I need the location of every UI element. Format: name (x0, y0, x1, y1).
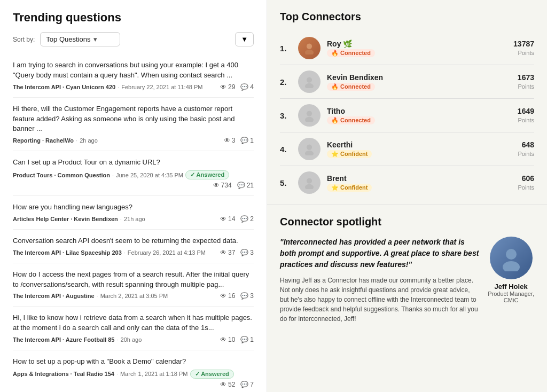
person-silhouette-icon (498, 245, 525, 271)
connector-points-label: Points (518, 50, 534, 56)
view-stat: 👁 734 (213, 182, 232, 189)
connector-rank: 1. (280, 44, 292, 53)
connector-points: 648 Points (518, 140, 534, 158)
eye-icon: 👁 (220, 83, 226, 91)
spotlight-person: Jeff Holek Product Manager, CMiC (488, 237, 534, 303)
question-text: Hi, I like to know how i retrieve data f… (13, 313, 254, 333)
question-meta: Reporting · RachelWo · 2h ago 👁 3 💬 1 (13, 137, 254, 144)
connector-avatar (298, 171, 321, 194)
eye-icon: 👁 (220, 292, 226, 300)
comment-stat: 💬 1 (240, 137, 254, 144)
spotlight-title: Connector spotlight (280, 216, 534, 228)
sort-value: Top Questions (46, 35, 90, 43)
top-connectors-title: Top Connectors (280, 11, 534, 23)
comment-count: 21 (247, 182, 254, 189)
question-date: 2h ago (80, 137, 98, 144)
comment-stat: 💬 4 (240, 83, 254, 91)
question-item[interactable]: Hi, I like to know how i retrieve data f… (13, 307, 254, 350)
connector-row[interactable]: 5. Brent ⭐ Confident 606 Points (280, 166, 534, 199)
view-count: 16 (228, 292, 235, 300)
question-categories: Apps & Integrations · Teal Radio 154 (13, 371, 114, 377)
answered-badge: ✓ Answered (185, 170, 229, 179)
comment-icon: 💬 (237, 182, 245, 189)
question-date: February 22, 2021 at 11:48 PM (121, 84, 202, 90)
connector-info: Keerthi ⭐ Confident (327, 140, 511, 158)
filter-button[interactable]: ▼ (235, 32, 254, 46)
comment-icon: 💬 (240, 215, 248, 223)
separator: · (116, 371, 118, 377)
comment-count: 3 (250, 292, 254, 300)
connector-rank: 4. (280, 145, 292, 154)
question-item[interactable]: Can I set up a Product Tour on a dynamic… (13, 151, 254, 196)
question-text: How to set up a pop-up with a "Book a De… (13, 357, 254, 367)
sort-label: Sort by: (13, 36, 35, 43)
avatar-image (303, 42, 316, 54)
separator: · (120, 216, 122, 222)
separator: · (112, 172, 114, 178)
view-stat: 👁 10 (220, 336, 235, 343)
connector-points: 1673 Points (518, 73, 534, 90)
question-item[interactable]: How do I access the next pages from of a… (13, 263, 254, 307)
svg-point-6 (307, 144, 312, 150)
filter-icon: ▼ (241, 35, 248, 43)
connector-info: Kevin Bendixen 🔥 Connected (327, 73, 511, 91)
connector-info: Roy 🌿 🔥 Connected (327, 40, 507, 57)
sort-select[interactable]: Top Questions ▾ (40, 32, 120, 46)
question-stats: 👁 3 💬 1 (224, 137, 254, 144)
question-item[interactable]: Hi there, will the Customer Engagement r… (13, 98, 254, 152)
spotlight-description: Having Jeff as a Connector has made our … (280, 276, 479, 324)
connector-badge: ⭐ Confident (327, 150, 372, 158)
spotlight-quote: "Interconnected has provided a peer netw… (280, 237, 479, 270)
connector-row[interactable]: 4. Keerthi ⭐ Confident 648 Points (280, 132, 534, 166)
question-categories: Product Tours · Common Question (13, 172, 110, 178)
svg-point-4 (307, 111, 312, 116)
view-count: 29 (228, 83, 235, 91)
connector-rank: 3. (280, 111, 292, 120)
svg-point-3 (305, 83, 314, 88)
spotlight-person-company: CMiC (488, 297, 534, 303)
question-item[interactable]: How are you handling new languages? Arti… (13, 196, 254, 230)
eye-icon: 👁 (213, 182, 220, 189)
svg-point-5 (305, 117, 314, 122)
right-panel: Top Connectors 1. Roy 🌿 🔥 Connected 1378… (267, 0, 547, 392)
comment-icon: 💬 (240, 336, 248, 343)
question-item[interactable]: How to set up a pop-up with a "Book a De… (13, 350, 254, 392)
question-categories: The Intercom API · Lilac Spaceship 203 (13, 249, 122, 256)
connector-row[interactable]: 3. Titho 🔥 Connected 1649 Points (280, 99, 534, 132)
connector-row[interactable]: 2. Kevin Bendixen 🔥 Connected 1673 Point… (280, 65, 534, 99)
connector-name: Brent (327, 174, 511, 183)
connector-badge: ⭐ Confident (327, 184, 372, 192)
question-stats: 👁 14 💬 2 (220, 215, 254, 223)
top-connectors-section: Top Connectors 1. Roy 🌿 🔥 Connected 1378… (267, 0, 547, 205)
view-stat: 👁 14 (220, 215, 235, 223)
view-stat: 👁 52 (220, 381, 235, 388)
connector-name: Keerthi (327, 140, 511, 149)
question-date: June 25, 2020 at 4:35 PM (116, 172, 183, 178)
view-stat: 👁 16 (220, 292, 235, 300)
connector-badge: 🔥 Connected (327, 116, 375, 124)
question-categories: The Intercom API · Augustine (13, 293, 95, 299)
spotlight-person-role: Product Manager, (488, 291, 534, 297)
svg-point-1 (305, 50, 314, 54)
connector-row[interactable]: 1. Roy 🌿 🔥 Connected 13787 Points (280, 32, 534, 65)
view-count: 734 (221, 182, 232, 189)
svg-point-8 (307, 178, 312, 183)
svg-point-10 (506, 249, 517, 260)
sort-bar: Sort by: Top Questions ▾ ▼ (13, 32, 254, 46)
question-text: Conversation search API doesn't seem to … (13, 236, 254, 246)
connector-info: Brent ⭐ Confident (327, 174, 511, 192)
comment-count: 1 (250, 336, 254, 343)
separator: · (124, 249, 126, 256)
separator: · (117, 336, 119, 343)
eye-icon: 👁 (220, 336, 226, 343)
comment-stat: 💬 3 (240, 249, 254, 256)
connector-rank: 2. (280, 77, 292, 87)
connector-rank: 5. (280, 178, 292, 187)
question-categories: Articles Help Center · Kevin Bendixen (13, 216, 118, 222)
question-item[interactable]: I am trying to search in conversations b… (13, 54, 254, 98)
svg-point-9 (305, 184, 314, 189)
connector-points-label: Points (518, 151, 534, 157)
question-stats: 👁 10 💬 1 (220, 336, 254, 343)
question-stats: 👁 29 💬 4 (220, 83, 254, 91)
question-item[interactable]: Conversation search API doesn't seem to … (13, 230, 254, 263)
